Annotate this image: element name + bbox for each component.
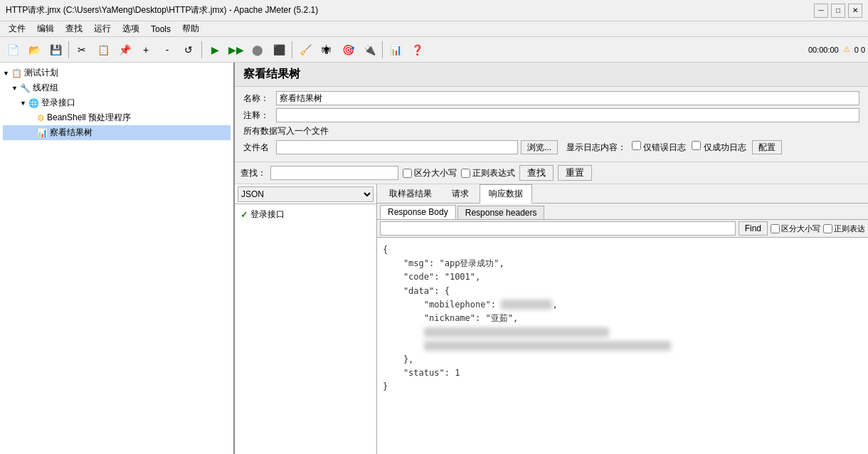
close-button[interactable]: ✕ <box>848 4 862 18</box>
find-regex-checkbox[interactable] <box>823 224 832 233</box>
broom-button[interactable]: 🧹 <box>295 40 315 60</box>
menu-edit[interactable]: 编辑 <box>31 21 60 36</box>
results-items: ✓ 登录接口 <box>235 204 376 454</box>
menu-help[interactable]: 帮助 <box>176 21 205 36</box>
all-data-row: 所有数据写入一个文件 <box>243 125 859 137</box>
tree-item-beanshell[interactable]: ⚙ BeanShell 预处理程序 <box>3 110 231 125</box>
all-data-label: 所有数据写入一个文件 <box>243 125 329 137</box>
paste-button[interactable]: 📌 <box>115 40 134 60</box>
form-area: 名称： 注释： 所有数据写入一个文件 文件名 浏览... 显示日志内容： 仅错误… <box>235 87 868 162</box>
response-panel: 取样器结果 请求 响应数据 Response Body Response hea… <box>377 184 868 454</box>
right-panel: 察看结果树 名称： 注释： 所有数据写入一个文件 文件名 浏览... 显示日志内… <box>235 63 868 454</box>
timer-display: 00:00:00 <box>808 46 839 54</box>
copy-button[interactable]: 📋 <box>93 40 113 60</box>
stop-all-button[interactable]: ⬛ <box>269 40 289 60</box>
cut-button[interactable]: ✂ <box>72 40 92 60</box>
expander-test-plan[interactable]: ▼ <box>3 70 11 77</box>
stop-button[interactable]: ⬤ <box>248 40 268 60</box>
menu-tools[interactable]: Tools <box>145 23 176 36</box>
regex-checkbox-label[interactable]: 正则表达式 <box>461 167 515 179</box>
window-controls: ─ □ ✕ <box>814 4 862 18</box>
config-button[interactable]: 配置 <box>752 140 782 154</box>
save-button[interactable]: 💾 <box>46 40 65 60</box>
tab-request[interactable]: 请求 <box>443 184 478 203</box>
json-line-1: { <box>383 243 862 257</box>
panel-title: 察看结果树 <box>235 63 868 87</box>
separator-4 <box>382 41 383 58</box>
find-input[interactable] <box>380 221 736 236</box>
name-row: 名称： <box>243 91 859 105</box>
maximize-button[interactable]: □ <box>831 4 845 18</box>
tab-response-data[interactable]: 响应数据 <box>480 184 532 204</box>
case-checkbox[interactable] <box>403 169 412 178</box>
expand-button[interactable]: + <box>136 40 156 60</box>
tree-item-test-plan[interactable]: ▼ 📋 测试计划 <box>3 65 231 80</box>
recorder-button[interactable]: 🎯 <box>338 40 358 60</box>
tree-item-thread-group[interactable]: ▼ 🔧 线程组 <box>3 80 231 95</box>
table-button[interactable]: 📊 <box>386 40 406 60</box>
json-line-7: ████████████████████████████████████ <box>383 325 862 339</box>
format-select[interactable]: JSON XML HTML Text Boundary <box>238 186 374 202</box>
json-line-9: }, <box>383 353 862 366</box>
menu-file[interactable]: 文件 <box>3 21 31 36</box>
results-list: JSON XML HTML Text Boundary ✓ 登录接口 <box>235 184 377 454</box>
run-all-button[interactable]: ▶▶ <box>226 40 246 60</box>
resp-tab-headers[interactable]: Response headers <box>457 206 545 219</box>
find-case-checkbox[interactable] <box>771 224 780 233</box>
expander-thread-group[interactable]: ▼ <box>11 85 20 92</box>
name-input[interactable] <box>276 91 859 105</box>
test-plan-icon: 📋 <box>11 68 22 78</box>
resp-tab-body[interactable]: Response Body <box>380 205 456 219</box>
success-log-checkbox[interactable] <box>692 141 701 150</box>
reset-button[interactable]: ↺ <box>179 40 199 60</box>
result-item-login[interactable]: ✓ 登录接口 <box>238 207 374 222</box>
spider-button[interactable]: 🕷 <box>317 40 337 60</box>
collapse-button[interactable]: - <box>157 40 177 60</box>
new-button[interactable]: 📄 <box>3 40 23 60</box>
tree-item-login-api[interactable]: ▼ 🌐 登录接口 <box>3 95 231 110</box>
result-item-label: 登录接口 <box>250 208 285 221</box>
beanshell-label: BeanShell 预处理程序 <box>47 112 131 124</box>
menu-run[interactable]: 运行 <box>88 21 117 36</box>
minimize-button[interactable]: ─ <box>814 4 828 18</box>
menu-find[interactable]: 查找 <box>60 21 88 36</box>
success-log-checkbox-label[interactable]: 仅成功日志 <box>692 141 746 154</box>
success-log-text: 仅成功日志 <box>704 142 746 152</box>
search-input[interactable] <box>270 166 398 180</box>
agent-button[interactable]: 🔌 <box>359 40 379 60</box>
tab-sampler-result[interactable]: 取样器结果 <box>380 184 441 203</box>
case-label: 区分大小写 <box>414 167 457 179</box>
find-case-label[interactable]: 区分大小写 <box>771 223 820 234</box>
file-input[interactable] <box>276 140 518 154</box>
result-tree-label: 察看结果树 <box>50 127 92 139</box>
find-in-body-button[interactable]: Find <box>739 221 768 236</box>
help-icon-button[interactable]: ❓ <box>407 40 427 60</box>
title-bar: HTTP请求.jmx (C:\Users\YaMeng\Desktop\HTTP… <box>0 0 868 21</box>
result-tree-icon: 📊 <box>37 128 48 138</box>
error-log-checkbox[interactable] <box>632 141 641 150</box>
error-log-text: 仅错误日志 <box>643 142 686 152</box>
separator-2 <box>201 41 202 58</box>
comment-input[interactable] <box>276 108 859 122</box>
response-tabs: Response Body Response headers <box>377 204 868 220</box>
find-regex-label[interactable]: 正则表达 <box>823 223 865 234</box>
reset-button[interactable]: 重置 <box>558 165 592 181</box>
blurred-field1: ████████████████████████████████████ <box>424 327 609 337</box>
json-line-4: "data": { <box>383 285 862 298</box>
tree-item-result-tree[interactable]: 📊 察看结果树 <box>3 125 231 140</box>
case-checkbox-label[interactable]: 区分大小写 <box>403 167 457 179</box>
separator-3 <box>292 41 292 58</box>
error-log-checkbox-label[interactable]: 仅错误日志 <box>632 141 686 154</box>
open-button[interactable]: 📂 <box>24 40 44 60</box>
menu-bar: 文件 编辑 查找 运行 选项 Tools 帮助 <box>0 21 868 37</box>
browse-button[interactable]: 浏览... <box>521 140 558 154</box>
regex-checkbox[interactable] <box>461 169 470 178</box>
expander-login-api[interactable]: ▼ <box>20 100 28 107</box>
json-line-5: "mobilephone": ██████████, <box>383 298 862 312</box>
results-dropdown: JSON XML HTML Text Boundary <box>235 184 376 204</box>
run-button[interactable]: ▶ <box>205 40 225 60</box>
comment-label: 注释： <box>243 110 272 122</box>
count-display: 0 0 <box>854 46 865 54</box>
menu-options[interactable]: 选项 <box>117 21 145 36</box>
find-button[interactable]: 查找 <box>519 165 554 181</box>
